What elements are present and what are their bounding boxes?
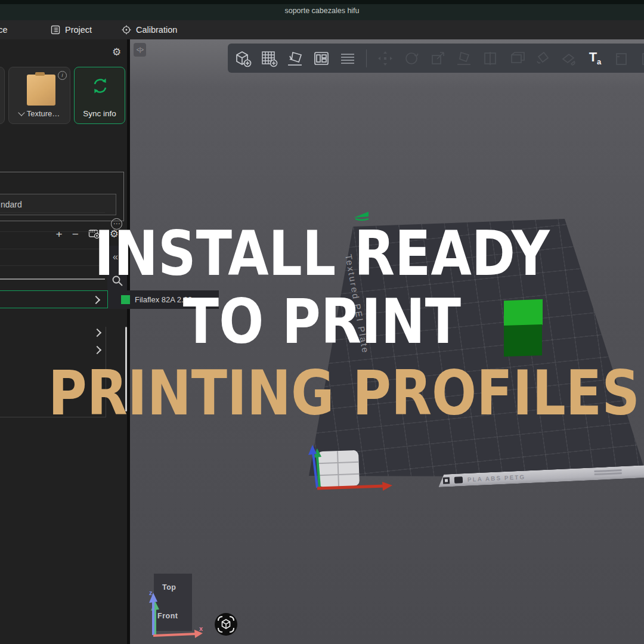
info-icon[interactable]: i [58,71,67,80]
paint-tool-icon[interactable] [532,48,553,69]
add-object-icon[interactable] [233,48,253,69]
scan-cube-icon [215,613,237,636]
plate-edge-fine-print [594,469,621,472]
overlay-headline-line2: TO PRINT [48,290,596,352]
plate-logo-icon [454,476,463,484]
auto-orient-icon[interactable] [285,48,305,69]
tab-project-label: Project [65,25,92,35]
tab-calibration[interactable]: Calibration [121,20,177,39]
origin-axes [301,440,402,495]
chevron-down-icon [18,109,24,116]
scale-tool-icon[interactable] [428,48,448,69]
menu-bar: ice Project Calibration [0,20,644,40]
process-preset-box: ndard [0,172,124,221]
preset-value: ndard [1,200,22,209]
panel-collapse-handle[interactable]: <|> [134,43,146,57]
tab-device-partial[interactable]: ice [0,20,8,39]
row-separator [0,212,105,213]
tab-calibration-label: Calibration [136,25,177,35]
toolbar-separator [366,49,367,67]
move-tool-icon[interactable] [375,48,395,69]
printer-settings-gear-icon[interactable]: ⚙ [112,47,121,57]
split-tool-icon[interactable] [480,48,500,69]
calibration-icon [121,24,132,35]
plate-qr-icon [443,477,450,484]
viewport-toolbar: Ta [228,44,644,73]
plate-type-card-label: Texture… [9,109,70,118]
sync-icon [90,76,110,96]
plate-edge-label: PLA ABS PETG [467,473,526,482]
window-title: soporte cabezales hifu [0,7,644,15]
lay-flat-tool-icon[interactable] [454,48,474,69]
object-list-icon[interactable] [338,48,358,69]
gizmo-axes [142,566,213,643]
fit-view-button[interactable] [215,613,237,636]
overlay-headline-line3: PRINTING PROFILES [48,362,596,424]
extra-tool-icon[interactable] [637,48,644,69]
seam-tool-icon[interactable] [559,48,579,69]
printer-card-partial[interactable] [0,67,5,124]
rotate-tool-icon[interactable] [401,48,422,69]
measure-tool-icon[interactable] [611,48,631,69]
modifier-tool-icon[interactable] [506,48,527,69]
text-tool-icon[interactable]: Ta [585,48,605,69]
project-icon [50,24,61,35]
overlay-headline-line1: INSTALL READY [48,222,596,284]
plate-type-card[interactable]: i Texture… [8,67,70,124]
add-plate-icon[interactable] [259,48,279,69]
arrange-icon[interactable] [311,48,332,69]
tab-device-label: ice [0,25,8,35]
textured-plate-thumbnail [27,75,55,106]
sync-info-card[interactable]: Sync info [74,67,125,124]
tab-project[interactable]: Project [50,20,92,39]
sync-info-label: Sync info [75,109,125,118]
title-bar: soporte cabezales hifu [0,0,644,20]
app-window: soporte cabezales hifu ice Project [0,0,644,644]
